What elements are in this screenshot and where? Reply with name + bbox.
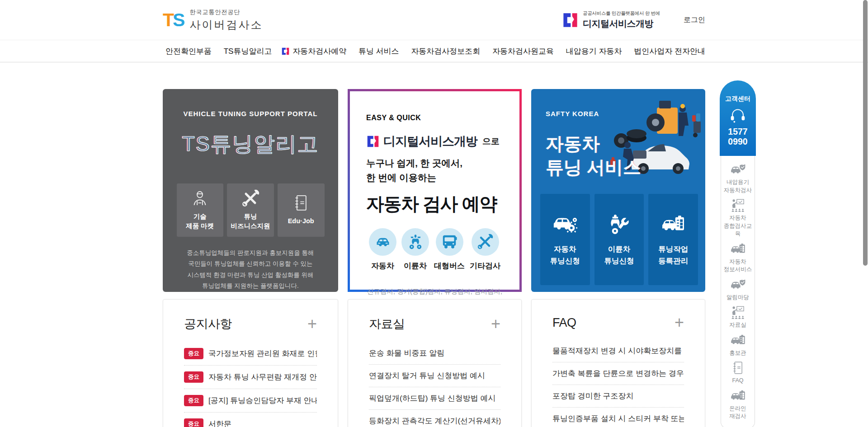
login-link[interactable]: 로그인	[684, 15, 705, 25]
tuning-service-menu[interactable]: 튜닝작업 등록관리	[648, 194, 698, 285]
quick-menu-item[interactable]: FAQ	[731, 361, 745, 385]
notice-item[interactable]: 중요 [공지] 튜닝승인담당자 부재 안내[9/2…	[184, 389, 317, 413]
nav-item[interactable]: 자동차검사정보조회	[408, 46, 480, 56]
more-button[interactable]: +	[675, 316, 684, 329]
more-button[interactable]: +	[491, 318, 500, 331]
inspection-type[interactable]: 대형버스	[434, 228, 465, 271]
nav-item[interactable]: 자동차검사원교육	[490, 46, 554, 56]
car-icon	[369, 228, 396, 256]
customer-center-phone: 1577 0990	[728, 127, 747, 147]
site-logo[interactable]: TS 한국교통안전공단 사이버검사소	[163, 8, 263, 32]
board-title: FAQ	[552, 316, 576, 330]
car-clipboard-icon	[661, 214, 685, 235]
inspection-type[interactable]: 자동차	[369, 228, 396, 271]
bus-icon	[436, 228, 463, 256]
more-button[interactable]: +	[307, 318, 317, 331]
faq-board: FAQ + 물품적재장치 변경 시 시야확보장치를 튜닝… 가변축 복륜을 단륜…	[531, 299, 705, 427]
tuning-service-card[interactable]: SAFTY KOREA 자동차 튜닝 서비스	[531, 89, 705, 292]
important-badge: 중요	[184, 395, 203, 406]
tuning-portal-menu[interactable]: Edu·Job	[278, 183, 325, 237]
presenter-icon	[731, 305, 745, 319]
org-name: 한국교통안전공단	[189, 8, 263, 16]
nav-item[interactable]: TS튜닝알리고	[221, 46, 272, 56]
tuning-portal-card[interactable]: VEHICLE TUNING SUPPORT PORTAL TS튜닝알리고 기술…	[163, 89, 338, 292]
tuning-service-menu[interactable]: 자동차 튜닝신청	[540, 194, 590, 285]
bracket-logo-icon	[281, 47, 290, 56]
important-badge: 중요	[184, 418, 203, 427]
quick-menu-item[interactable]: 자동차 정보서비스	[724, 242, 752, 274]
tuning-portal-menu[interactable]: 튜닝 비즈니스지원	[227, 183, 274, 237]
bracket-logo-icon	[366, 135, 380, 148]
tuning-portal-menu[interactable]: 기술 제품 마켓	[177, 183, 224, 237]
bracket-logo-icon	[562, 12, 579, 28]
quick-menu-item[interactable]: 자동차 종합검사교육	[722, 198, 754, 238]
customer-center-label: 고객센터	[725, 95, 750, 103]
customer-center[interactable]: 고객센터 1577 0990	[720, 80, 756, 156]
quick-menu-item[interactable]: 온라인 재검사	[729, 389, 746, 421]
tuning-service-title: 자동차 튜닝 서비스	[546, 132, 696, 179]
board-title: 공지사항	[184, 316, 232, 332]
archive-item[interactable]: 연결장치 탈거 튜닝 신청방법 예시	[369, 365, 500, 387]
notebook-icon	[731, 361, 745, 375]
partner-name: 디지털서비스개방	[583, 18, 660, 30]
inspection-type[interactable]: 이륜차	[401, 228, 429, 271]
nav-item[interactable]: 법인사업자 전자안내	[631, 46, 705, 56]
worker-icon	[191, 189, 209, 207]
inspection-title: 자동차 검사 예약	[366, 192, 503, 216]
faq-item[interactable]: 가변축 복륜을 단륜으로 변경하는 경우 튜닝…	[552, 362, 684, 385]
car-clipboard-icon	[731, 242, 745, 256]
main-content: VEHICLE TUNING SUPPORT PORTAL TS튜닝알리고 기술…	[163, 62, 705, 427]
quick-menu-item[interactable]: 알림마당	[726, 277, 749, 302]
inspection-line2: 한 번에 이용하는	[366, 170, 503, 185]
faq-item[interactable]: 포장탑 경미한 구조장치	[552, 385, 684, 408]
tuning-portal-description: 중소튜닝업체들의 판로지원과 홍보지원을 통해 국민들이 튜닝업체를 신뢰하고 …	[163, 248, 338, 291]
inspection-logo-suffix: 으로	[482, 136, 500, 147]
faq-item[interactable]: 튜닝인증부품 설치 시 스티커 부착 또는 전산…	[552, 408, 684, 427]
faq-item[interactable]: 물품적재장치 변경 시 시야확보장치를 튜닝…	[552, 340, 684, 362]
car-shield-icon	[731, 162, 745, 177]
quick-menu-item[interactable]: 자료실	[729, 305, 746, 329]
digital-service-open-logo[interactable]: 공공서비스를 민간플랫폼에서 한 번에 디지털서비스개방	[562, 10, 660, 30]
scooter-wrench-icon	[607, 214, 632, 235]
archive-item[interactable]: 운송 화물 비중표 알림	[369, 342, 500, 365]
scooter-icon	[401, 228, 429, 256]
notebook-icon	[292, 194, 310, 212]
quick-menu: 고객센터 1577 0990 내압용기 자동차검사 자동차 종합검사교육 자동차…	[720, 80, 756, 427]
important-badge: 중요	[184, 371, 203, 383]
notice-board: 공지사항 + 중요 국가정보자원 관리원 화재로 인한 서… 중요 자동차 튜닝…	[163, 299, 338, 427]
nav-item[interactable]: 자동차검사예약	[281, 46, 346, 56]
nav-item[interactable]: 내압용기 자동차	[563, 46, 622, 56]
tools-icon	[472, 228, 499, 256]
tuning-service-menu[interactable]: 이륜차 튜닝신청	[594, 194, 644, 285]
archive-item[interactable]: 픽업덮개(하드탑) 튜닝 신청방법 예시	[369, 387, 500, 410]
inspection-line1: 누구나 쉽게, 한 곳에서,	[366, 156, 503, 170]
board-title: 자료실	[369, 316, 405, 332]
scrollbar-thumb[interactable]	[863, 0, 868, 266]
main-nav: 안전확인부품 TS튜닝알리고 자동차검사예약 튜닝 서비스 자동차검사정보조회 …	[0, 40, 868, 62]
notice-item[interactable]: 중요 자동차 튜닝 사무편람 재개정 안내('25…	[184, 366, 317, 389]
inspection-reserve-card[interactable]: EASY & QUICK 디지털서비스개방 으로 누구나 쉽게, 한 곳에서, …	[348, 89, 522, 292]
quick-menu-item[interactable]: 홍보관	[729, 333, 746, 357]
inspection-logo-name: 디지털서비스개방	[383, 133, 477, 150]
headset-icon	[729, 103, 746, 123]
tuning-portal-eyebrow: VEHICLE TUNING SUPPORT PORTAL	[163, 110, 338, 117]
tuning-portal-title: TS튜닝알리고	[163, 130, 338, 158]
car-shield-icon	[731, 277, 745, 292]
car-gear-icon	[553, 214, 577, 235]
tuning-service-eyebrow: SAFTY KOREA	[546, 110, 696, 117]
nav-item[interactable]: 튜닝 서비스	[356, 46, 399, 56]
car-clipboard-icon	[731, 333, 745, 347]
inspection-type[interactable]: 기타검사	[470, 228, 500, 271]
notice-item[interactable]: 중요 서한문	[184, 413, 317, 427]
ts-logo-icon: TS	[163, 11, 184, 29]
quick-menu-item[interactable]: 내압용기 자동차검사	[724, 162, 752, 194]
notice-item[interactable]: 중요 국가정보자원 관리원 화재로 인한 서…	[184, 342, 317, 366]
archive-item[interactable]: 등화장치 관측각도 계산기(선거유세차)	[369, 410, 500, 427]
inspection-eyebrow: EASY & QUICK	[366, 114, 503, 122]
archive-board: 자료실 + 운송 화물 비중표 알림 연결장치 탈거 튜닝 신청방법 예시 픽업…	[348, 299, 522, 427]
car-clipboard-icon	[731, 389, 745, 403]
nav-item[interactable]: 안전확인부품	[163, 46, 212, 56]
header: TS 한국교통안전공단 사이버검사소 공공서비스를 민간플랫폼에서 한 번에 디…	[0, 0, 868, 62]
presenter-icon	[731, 198, 745, 212]
site-name: 사이버검사소	[189, 18, 263, 32]
